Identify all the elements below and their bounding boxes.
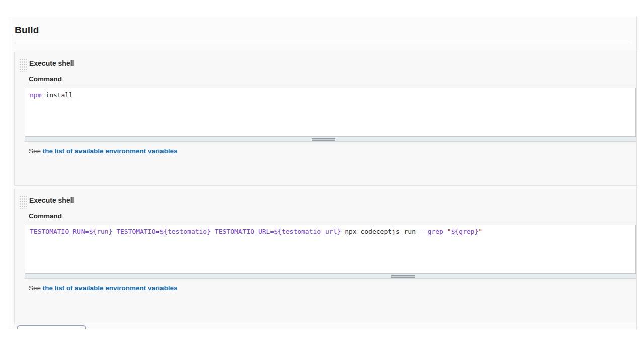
resize-grip-icon (312, 138, 335, 141)
build-step-title: Execute shell (29, 196, 74, 205)
command-label: Command (29, 212, 62, 221)
build-step-title: Execute shell (29, 59, 74, 68)
command-label: Command (29, 75, 62, 84)
build-step: Execute shell Command TESTOMATIO_RUN=${r… (14, 189, 636, 324)
command-editor[interactable]: TESTOMATIO_RUN=${run} TESTOMATIO=${testo… (25, 225, 636, 274)
section-divider (15, 43, 631, 43)
resize-grip-icon (391, 275, 415, 278)
drag-handle-icon[interactable] (19, 58, 27, 72)
env-help-prefix: See (29, 284, 43, 292)
env-variables-help: See the list of available environment va… (29, 284, 178, 293)
editor-resize-handle[interactable] (25, 137, 636, 142)
editor-resize-handle[interactable] (25, 274, 636, 279)
environment-variables-link[interactable]: the list of available environment variab… (43, 284, 178, 292)
command-editor[interactable]: npm install (25, 88, 636, 137)
add-build-step-button[interactable] (17, 325, 86, 329)
page-title: Build (15, 25, 39, 36)
build-config-panel: Build Execute shell Command npm install … (9, 17, 637, 329)
env-variables-help: See the list of available environment va… (29, 147, 178, 156)
env-help-prefix: See (29, 147, 43, 155)
environment-variables-link[interactable]: the list of available environment variab… (43, 147, 178, 155)
drag-handle-icon[interactable] (19, 195, 27, 209)
build-step: Execute shell Command npm install See th… (14, 52, 636, 186)
